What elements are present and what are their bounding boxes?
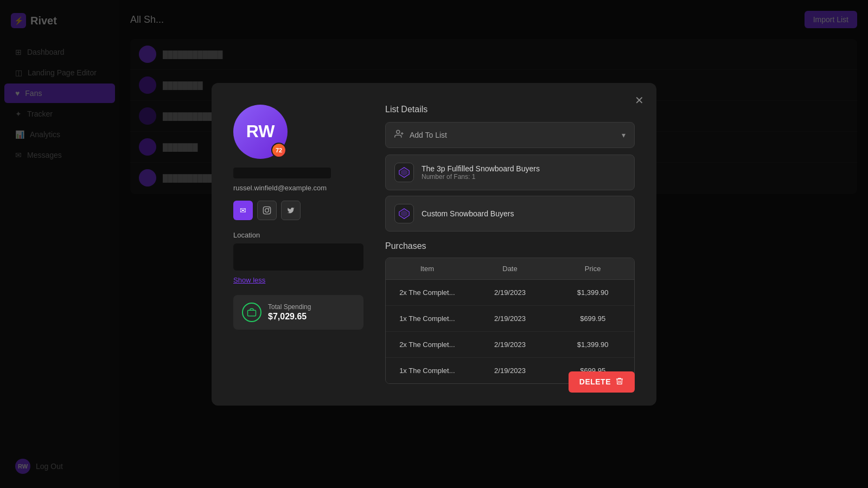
col-price: Price — [551, 258, 634, 279]
cell-item-3: 1x The Complet... — [386, 358, 469, 383]
user-badge: 72 — [271, 143, 286, 158]
twitter-button[interactable] — [281, 201, 301, 220]
table-row: 2x The Complet... 2/19/2023 $1,399.90 — [386, 280, 634, 306]
table-header: Item Date Price — [386, 258, 634, 280]
add-to-list-label: Add To List — [410, 131, 447, 139]
cell-date-3: 2/19/2023 — [469, 358, 552, 383]
purchases-title: Purchases — [385, 241, 635, 251]
list-item-1-meta: Number of Fans: 1 — [422, 173, 540, 181]
svg-marker-8 — [401, 169, 407, 175]
modal-close-button[interactable]: ✕ — [630, 92, 648, 109]
list-item-1-name: The 3p Fulfilled Snowboard Buyers — [422, 164, 540, 173]
cell-item-1: 1x The Complet... — [386, 306, 469, 331]
cell-item-2: 2x The Complet... — [386, 332, 469, 357]
location-value-redacted — [233, 243, 363, 271]
purchases-table: Item Date Price 2x The Complet... 2/19/2… — [385, 258, 635, 384]
add-to-list-dropdown[interactable]: Add To List ▾ — [385, 122, 635, 148]
spending-label: Total Spending — [268, 303, 311, 311]
cell-price-1: $699.95 — [551, 306, 634, 331]
trash-icon — [615, 377, 624, 387]
modal-right-panel: List Details Add To List ▾ — [385, 105, 635, 384]
cell-price-2: $1,399.90 — [551, 332, 634, 357]
spending-info: Total Spending $7,029.65 — [268, 303, 311, 322]
user-email: russel.winfield@example.com — [233, 184, 363, 192]
svg-rect-3 — [248, 310, 256, 316]
modal-left-panel: RW 72 russel.winfield@example.com ✉ Loca… — [233, 105, 363, 384]
table-row: 2x The Complet... 2/19/2023 $1,399.90 — [386, 332, 634, 358]
location-label: Location — [233, 231, 363, 239]
modal-footer: DELETE — [569, 371, 635, 393]
add-to-list-left: Add To List — [394, 129, 447, 141]
instagram-button[interactable] — [257, 201, 277, 220]
svg-marker-10 — [401, 210, 407, 216]
svg-point-1 — [265, 208, 269, 212]
list-item-2-info: Custom Snowboard Buyers — [422, 209, 514, 218]
delete-button[interactable]: DELETE — [569, 371, 635, 393]
list-item-1-info: The 3p Fulfilled Snowboard Buyers Number… — [422, 164, 540, 181]
list-item-2-name: Custom Snowboard Buyers — [422, 209, 514, 218]
list-item-custom-snowboard[interactable]: Custom Snowboard Buyers — [385, 196, 635, 232]
col-item: Item — [386, 258, 469, 279]
cell-item-0: 2x The Complet... — [386, 280, 469, 305]
total-spending-card: Total Spending $7,029.65 — [233, 295, 363, 330]
table-body: 2x The Complet... 2/19/2023 $1,399.90 1x… — [386, 280, 634, 383]
spending-amount: $7,029.65 — [268, 312, 311, 322]
show-less-button[interactable]: Show less — [233, 276, 265, 284]
list-icon-2 — [394, 204, 414, 223]
col-date: Date — [469, 258, 552, 279]
add-person-icon — [394, 129, 404, 141]
spending-icon — [242, 303, 261, 322]
cell-price-0: $1,399.90 — [551, 280, 634, 305]
email-button[interactable]: ✉ — [233, 201, 253, 220]
svg-point-2 — [269, 208, 270, 209]
chevron-down-icon: ▾ — [622, 131, 626, 139]
table-row: 1x The Complet... 2/19/2023 $699.95 — [386, 306, 634, 332]
avatar: RW 72 — [233, 105, 288, 159]
cell-date-1: 2/19/2023 — [469, 306, 552, 331]
fan-detail-modal: ✕ RW 72 russel.winfield@example.com ✉ — [212, 83, 656, 406]
cell-date-0: 2/19/2023 — [469, 280, 552, 305]
list-icon-1 — [394, 163, 414, 182]
svg-rect-0 — [263, 207, 270, 214]
user-name-redacted — [233, 168, 331, 178]
list-details-title: List Details — [385, 105, 635, 114]
social-icons: ✉ — [233, 201, 363, 220]
modal-overlay[interactable]: ✕ RW 72 russel.winfield@example.com ✉ — [0, 0, 868, 488]
cell-date-2: 2/19/2023 — [469, 332, 552, 357]
svg-point-4 — [397, 130, 400, 133]
list-item-snowboard-buyers[interactable]: The 3p Fulfilled Snowboard Buyers Number… — [385, 155, 635, 190]
